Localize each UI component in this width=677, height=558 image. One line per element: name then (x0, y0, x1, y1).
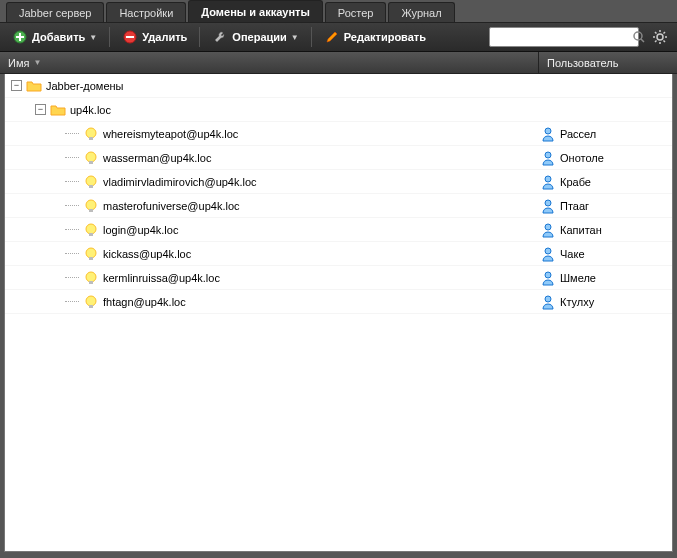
tree-domain-row[interactable]: − up4k.loc (5, 98, 672, 122)
tree-account-row[interactable]: whereismyteapot@up4k.locРассел (5, 122, 672, 146)
tree-root-label: Jabber-домены (46, 80, 124, 92)
account-user: Крабе (560, 176, 591, 188)
tab-jabber-server[interactable]: Jabber сервер (6, 2, 104, 22)
tab-domains-accounts[interactable]: Домены и аккаунты (188, 0, 323, 22)
pencil-icon (324, 29, 340, 45)
delete-icon (122, 29, 138, 45)
account-user: Шмеле (560, 272, 596, 284)
svg-line-11 (655, 41, 657, 43)
bulb-icon (83, 198, 99, 214)
svg-point-28 (86, 248, 96, 258)
wrench-icon (212, 29, 228, 45)
tree-account-row[interactable]: kickass@up4k.locЧаке (5, 242, 672, 266)
user-icon (540, 174, 556, 190)
tree-account-row[interactable]: fhtagn@up4k.locКтулху (5, 290, 672, 314)
delete-label: Удалить (142, 31, 187, 43)
user-icon (540, 222, 556, 238)
bulb-icon (83, 246, 99, 262)
account-user: Рассел (560, 128, 596, 140)
svg-rect-32 (89, 281, 93, 284)
svg-point-19 (86, 176, 96, 186)
column-user-label: Пользователь (547, 57, 618, 69)
tree-line (65, 205, 79, 206)
column-user[interactable]: Пользователь (539, 52, 677, 73)
account-jid: kickass@up4k.loc (103, 248, 191, 260)
svg-rect-14 (89, 137, 93, 140)
bulb-icon (83, 174, 99, 190)
account-jid: login@up4k.loc (103, 224, 178, 236)
folder-icon (26, 78, 42, 94)
svg-point-21 (545, 176, 551, 182)
tree-line (65, 181, 79, 182)
collapse-icon[interactable]: − (35, 104, 46, 115)
svg-point-34 (86, 296, 96, 306)
tree-domain-label: up4k.loc (70, 104, 111, 116)
account-jid: kermlinruissa@up4k.loc (103, 272, 220, 284)
settings-gear-button[interactable] (649, 26, 671, 48)
edit-label: Редактировать (344, 31, 426, 43)
svg-line-12 (664, 32, 666, 34)
account-user: Птааг (560, 200, 589, 212)
svg-point-18 (545, 152, 551, 158)
tree-line (65, 301, 79, 302)
tree-root-row[interactable]: − Jabber-домены (5, 74, 672, 98)
svg-point-16 (86, 152, 96, 162)
account-jid: whereismyteapot@up4k.loc (103, 128, 238, 140)
svg-rect-17 (89, 161, 93, 164)
tab-roster[interactable]: Ростер (325, 2, 387, 22)
svg-line-10 (664, 41, 666, 43)
add-icon (12, 29, 28, 45)
tree-account-row[interactable]: wasserman@up4k.locОнотоле (5, 146, 672, 170)
tab-bar: Jabber сервер Настройки Домены и аккаунт… (0, 0, 677, 22)
svg-rect-23 (89, 209, 93, 212)
account-jid: wasserman@up4k.loc (103, 152, 211, 164)
tree-line (65, 157, 79, 158)
tree-line (65, 229, 79, 230)
column-name[interactable]: Имя ▼ (0, 52, 539, 73)
tree-account-row[interactable]: vladimirvladimirovich@up4k.locКрабе (5, 170, 672, 194)
svg-rect-29 (89, 257, 93, 260)
toolbar: Добавить ▼ Удалить Операции ▼ Редактиров… (0, 22, 677, 52)
svg-rect-35 (89, 305, 93, 308)
search-input[interactable] (494, 31, 632, 43)
svg-rect-26 (89, 233, 93, 236)
user-icon (540, 198, 556, 214)
bulb-icon (83, 294, 99, 310)
account-jid: fhtagn@up4k.loc (103, 296, 186, 308)
svg-point-27 (545, 224, 551, 230)
column-headers: Имя ▼ Пользователь (0, 52, 677, 74)
search-field[interactable] (489, 27, 639, 47)
account-user: Онотоле (560, 152, 604, 164)
tree-line (65, 277, 79, 278)
user-icon (540, 246, 556, 262)
svg-point-36 (545, 296, 551, 302)
edit-button[interactable]: Редактировать (318, 26, 432, 48)
account-user: Ктулху (560, 296, 594, 308)
svg-point-31 (86, 272, 96, 282)
operations-button[interactable]: Операции ▼ (206, 26, 304, 48)
add-button[interactable]: Добавить ▼ (6, 26, 103, 48)
collapse-icon[interactable]: − (11, 80, 22, 91)
account-user: Чаке (560, 248, 585, 260)
tree-account-row[interactable]: login@up4k.locКапитан (5, 218, 672, 242)
svg-point-25 (86, 224, 96, 234)
user-icon (540, 270, 556, 286)
svg-point-13 (86, 128, 96, 138)
tree-account-row[interactable]: masterofuniverse@up4k.locПтааг (5, 194, 672, 218)
account-user: Капитан (560, 224, 602, 236)
svg-line-3 (641, 39, 644, 42)
tree-line (65, 253, 79, 254)
svg-rect-20 (89, 185, 93, 188)
svg-point-22 (86, 200, 96, 210)
add-label: Добавить (32, 31, 85, 43)
gear-icon (652, 29, 668, 45)
search-icon[interactable] (632, 29, 646, 45)
delete-button[interactable]: Удалить (116, 26, 193, 48)
tree-grid[interactable]: − Jabber-домены − up4k.loc whereismyteap… (4, 74, 673, 552)
tab-journal[interactable]: Журнал (388, 2, 454, 22)
user-icon (540, 150, 556, 166)
tree-account-row[interactable]: kermlinruissa@up4k.locШмеле (5, 266, 672, 290)
tab-settings[interactable]: Настройки (106, 2, 186, 22)
sort-desc-icon: ▼ (33, 58, 41, 67)
svg-point-24 (545, 200, 551, 206)
